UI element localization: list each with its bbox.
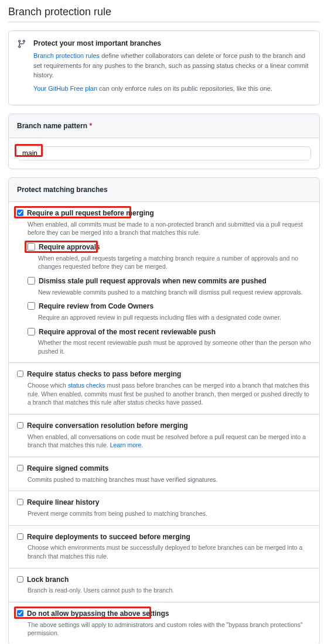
rule-deployments: Require deployments to succeed before me… — [9, 525, 319, 568]
pattern-header: Branch name pattern * — [9, 114, 319, 138]
linear-history-checkbox[interactable] — [17, 499, 23, 505]
rule-status-checks: Require status checks to pass before mer… — [9, 362, 319, 414]
dismiss-stale-checkbox[interactable] — [28, 277, 35, 285]
plan-link[interactable]: Your GitHub Free plan — [33, 85, 97, 92]
no-bypass-checkbox[interactable] — [17, 610, 23, 616]
status-checks-checkbox[interactable] — [17, 371, 23, 377]
require-approvals-checkbox[interactable] — [28, 243, 35, 251]
rule-conversation: Require conversation resolution before m… — [9, 414, 319, 457]
last-push-approval-checkbox[interactable] — [28, 328, 35, 335]
protect-header: Protect matching branches — [9, 178, 319, 202]
status-checks-link[interactable]: status checks — [68, 382, 105, 389]
code-owners-checkbox[interactable] — [28, 302, 35, 310]
conversation-checkbox[interactable] — [17, 422, 23, 429]
info-desc-1: Branch protection rules define whether c… — [33, 51, 311, 80]
rule-linear: Require linear history Prevent merge com… — [9, 491, 319, 525]
info-panel: Protect your most important branches Bra… — [8, 30, 320, 105]
protect-section: Protect matching branches Require a pull… — [8, 177, 320, 644]
learn-more-link[interactable]: Learn more — [110, 441, 142, 448]
pattern-section-2: Branch name pattern * — [8, 114, 320, 169]
rule-signed: Require signed commits Commits pushed to… — [9, 457, 319, 491]
info-title: Protect your most important branches — [33, 39, 311, 47]
branch-rules-link[interactable]: Branch protection rules — [33, 52, 100, 59]
page-title: Branch protection rule — [8, 6, 320, 22]
branch-icon — [17, 39, 26, 49]
require-pr-checkbox[interactable] — [17, 210, 23, 216]
info-desc-2: Your GitHub Free plan can only enforce r… — [33, 84, 311, 94]
branch-pattern-input[interactable] — [17, 146, 311, 160]
rule-no-bypass: Do not allow bypassing the above setting… — [9, 602, 319, 644]
lock-branch-checkbox[interactable] — [17, 576, 23, 583]
signed-commits-checkbox[interactable] — [17, 465, 23, 471]
rule-lock: Lock branch Branch is read-only. Users c… — [9, 568, 319, 602]
deployments-checkbox[interactable] — [17, 533, 23, 540]
rule-require-pr: Require a pull request before merging Wh… — [9, 202, 319, 362]
